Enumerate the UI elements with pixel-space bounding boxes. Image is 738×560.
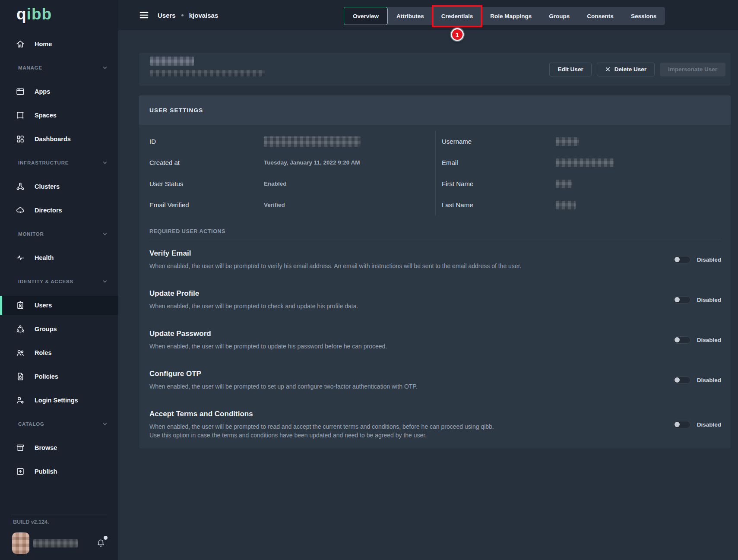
tab-overview[interactable]: Overview (344, 7, 388, 25)
field-value-username-redacted (556, 137, 579, 146)
tab-label: Credentials (441, 13, 473, 19)
action-title: Configure OTP (149, 370, 418, 378)
toggle-switch-off[interactable] (673, 256, 690, 263)
sidebar-section-catalog[interactable]: CATALOG (0, 414, 118, 433)
sidebar-item-apps[interactable]: Apps (0, 82, 118, 101)
menu-hamburger-icon[interactable] (139, 11, 149, 19)
sidebar-item-label: Roles (35, 349, 52, 356)
field-label: Last Name (442, 201, 556, 209)
edit-user-button[interactable]: Edit User (549, 63, 591, 76)
toggle-knob (675, 257, 680, 262)
section-label: INFRASTRUCTURE (18, 160, 69, 165)
sidebar-item-directors[interactable]: Directors (0, 201, 118, 220)
button-label: Edit User (557, 66, 583, 73)
sidebar-item-label: Clusters (35, 183, 60, 190)
toggle-switch-off[interactable] (673, 421, 690, 428)
tab-label: Consents (587, 13, 614, 19)
section-label: MANAGE (18, 65, 42, 70)
action-configure-otp: Configure OTP When enabled, the user wil… (149, 370, 721, 390)
impersonate-user-button[interactable]: Impersonate User (660, 63, 725, 76)
sidebar-item-spaces[interactable]: Spaces (0, 106, 118, 125)
publish-icon (16, 467, 25, 476)
annotation-step-number: 1 (455, 31, 459, 38)
sidebar-item-publish[interactable]: Publish (0, 462, 118, 481)
required-actions-list: Verify Email When enabled, the user will… (139, 249, 731, 452)
sidebar-item-groups[interactable]: Groups (0, 320, 118, 339)
accept-terms-toggle[interactable]: Disabled (673, 421, 721, 428)
action-text: Update Profile When enabled, the user wi… (149, 289, 358, 310)
sidebar-nav: Home MANAGE Apps Spaces Dashboards INFRA… (0, 35, 118, 486)
tab-label: Role Mappings (490, 13, 532, 19)
sidebar-section-manage[interactable]: MANAGE (0, 58, 118, 77)
field-row-id: ID (139, 131, 435, 152)
login-settings-icon (16, 395, 25, 405)
sidebar-item-home[interactable]: Home (0, 35, 118, 54)
action-description-line2: Use this option in case the terms and co… (149, 431, 494, 439)
tab-role-mappings[interactable]: Role Mappings (481, 7, 540, 25)
sidebar-item-users[interactable]: Users (0, 296, 118, 315)
sidebar-item-dashboards[interactable]: Dashboards (0, 130, 118, 149)
tab-credentials[interactable]: Credentials 1 (433, 7, 482, 25)
configure-otp-toggle[interactable]: Disabled (673, 376, 721, 384)
sidebar-item-clusters[interactable]: Clusters (0, 177, 118, 196)
sidebar-section-infrastructure[interactable]: INFRASTRUCTURE (0, 153, 118, 172)
user-actions: Edit User Delete User Impersonate User (549, 63, 725, 76)
chevron-down-icon (102, 278, 108, 285)
sidebar-item-policies[interactable]: Policies (0, 367, 118, 386)
sidebar-item-label: Directors (35, 207, 62, 214)
action-title: Accept Terms and Conditions (149, 410, 494, 418)
settings-column-left: ID Created at Tuesday, January 11, 2022 … (139, 131, 435, 215)
current-user-chip[interactable] (12, 532, 106, 554)
sidebar-item-label: Publish (35, 468, 57, 475)
update-profile-toggle[interactable]: Disabled (673, 296, 721, 304)
section-label: MONITOR (18, 231, 44, 237)
chevron-down-icon (102, 231, 108, 237)
sidebar-item-label: Browse (35, 444, 57, 451)
field-value-email-redacted (556, 158, 614, 167)
action-title: Update Profile (149, 289, 358, 298)
qibb-logo[interactable]: qibb (0, 0, 118, 23)
sidebar-section-identity-access[interactable]: IDENTITY & ACCESS (0, 272, 118, 291)
toggle-switch-off[interactable] (673, 336, 690, 344)
tab-groups[interactable]: Groups (540, 7, 578, 25)
sidebar-item-label: Users (35, 302, 52, 309)
sidebar-item-label: Login Settings (35, 397, 78, 404)
notifications-bell-icon[interactable] (95, 538, 106, 549)
settings-column-right: Username Email First Name Last Name (435, 131, 731, 215)
field-label: Created at (149, 159, 264, 166)
field-row-email: Email (436, 152, 731, 173)
tab-sessions[interactable]: Sessions (622, 7, 665, 25)
sidebar-item-roles[interactable]: Roles (0, 343, 118, 362)
sidebar-item-label: Apps (35, 88, 50, 95)
avatar[interactable] (12, 532, 29, 554)
toggle-switch-off[interactable] (673, 296, 690, 304)
field-row-created-at: Created at Tuesday, January 11, 2022 9:2… (139, 152, 435, 173)
policies-icon (16, 372, 25, 381)
field-value: Verified (264, 202, 285, 208)
sidebar-item-label: Home (35, 41, 52, 47)
update-password-toggle[interactable]: Disabled (673, 336, 721, 344)
action-title: Update Password (149, 329, 387, 338)
section-label: IDENTITY & ACCESS (18, 279, 73, 284)
sidebar-item-login-settings[interactable]: Login Settings (0, 391, 118, 410)
breadcrumb-users-link[interactable]: Users (158, 12, 176, 19)
delete-user-button[interactable]: Delete User (597, 63, 655, 76)
tab-consents[interactable]: Consents (578, 7, 622, 25)
field-value-first-name-redacted (556, 180, 572, 188)
chevron-down-icon (102, 160, 108, 166)
topbar: Users kjovaisas Overview Attributes Cred… (118, 0, 738, 30)
field-value-last-name-redacted (556, 201, 576, 209)
verify-email-toggle[interactable]: Disabled (673, 256, 721, 263)
field-label: User Status (149, 180, 264, 187)
sidebar-item-health[interactable]: Health (0, 248, 118, 267)
field-label: ID (149, 138, 264, 145)
tab-attributes[interactable]: Attributes (388, 7, 433, 25)
sidebar-section-monitor[interactable]: MONITOR (0, 225, 118, 244)
current-user-name-redacted (33, 539, 78, 547)
notification-dot (104, 536, 108, 540)
sidebar-item-browse[interactable]: Browse (0, 438, 118, 457)
field-value-id-redacted (264, 136, 361, 147)
sidebar-footer: BUILD v2.124. (0, 515, 118, 560)
groups-icon (16, 324, 25, 334)
toggle-switch-off[interactable] (673, 376, 690, 384)
